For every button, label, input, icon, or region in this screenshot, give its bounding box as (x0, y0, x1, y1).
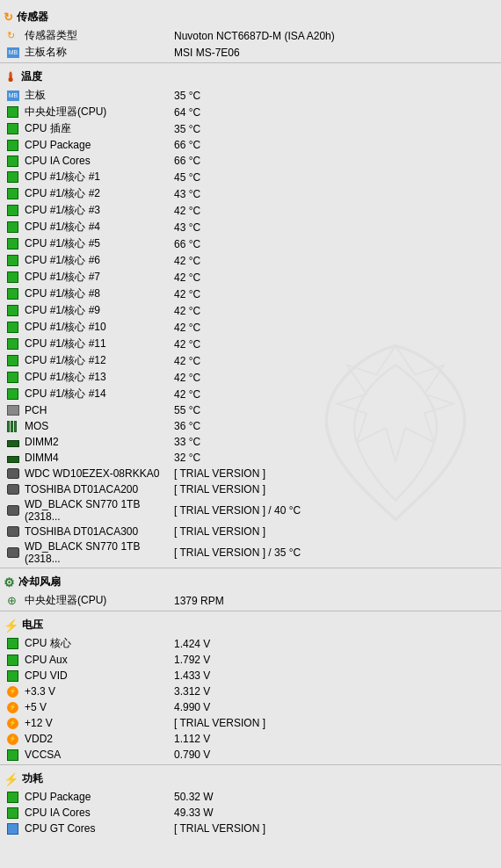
temp-rows-row-25: WD_BLACK SN770 1TB (2318... [ TRIAL VERS… (0, 497, 501, 524)
fan-rows-label-0: 中央处理器(CPU) (25, 593, 174, 608)
volt-section-label: 电压 (22, 618, 43, 633)
temp-rows-value-8: 43 °C (174, 221, 200, 234)
temp-rows-label-26: TOSHIBA DT01ACA300 (25, 525, 174, 538)
temp-rows-value-16: 42 °C (174, 355, 200, 367)
volt-rows-icon-0 (7, 637, 21, 651)
temp-rows-icon-26 (7, 524, 21, 539)
temp-rows-icon-19 (7, 403, 21, 417)
temp-section-header: 🌡 温度 (0, 67, 501, 87)
volt-rows-container: CPU 核心 1.424 V CPU Aux 1.792 V CPU VID 1… (0, 635, 501, 763)
sensor-mb-label: 主板名称 (25, 45, 174, 60)
temp-rows-label-18: CPU #1/核心 #14 (25, 387, 174, 401)
temp-rows-row-4: CPU IA Cores 66 °C (0, 153, 501, 169)
temp-rows-icon-14 (7, 321, 21, 335)
power-rows-label-1: CPU IA Cores (25, 807, 174, 819)
volt-rows-label-3: +3.3 V (25, 685, 174, 698)
temp-rows-icon-5 (7, 170, 21, 184)
volt-rows-label-0: CPU 核心 (25, 636, 174, 651)
fan-rows-value-0: 1379 RPM (174, 595, 224, 607)
power-rows-row-0: CPU Package 50.32 W (0, 789, 501, 805)
volt-rows-row-6: ⚡ VDD2 1.112 V (0, 731, 501, 747)
temp-rows-row-3: CPU Package 66 °C (0, 137, 501, 153)
temp-rows-label-11: CPU #1/核心 #7 (25, 270, 174, 285)
temp-rows-value-15: 42 °C (174, 338, 200, 351)
power-rows-row-2: CPU GT Cores [ TRIAL VERSION ] (0, 821, 501, 836)
temp-rows-icon-12 (7, 287, 21, 301)
volt-rows-value-7: 0.790 V (174, 749, 210, 761)
temp-rows-value-24: [ TRIAL VERSION ] (174, 483, 265, 495)
temp-rows-label-16: CPU #1/核心 #12 (25, 353, 174, 368)
temp-rows-icon-23 (7, 467, 21, 481)
volt-rows-row-2: CPU VID 1.433 V (0, 668, 501, 684)
power-rows-value-0: 50.32 W (174, 791, 214, 803)
temp-rows-label-27: WD_BLACK SN770 1TB (2318... (25, 540, 174, 565)
temp-section-label: 温度 (21, 69, 42, 84)
temp-rows-icon-4 (7, 154, 21, 168)
volt-rows-icon-3: ⚡ (7, 684, 21, 698)
temp-rows-icon-0: MB (7, 89, 21, 103)
volt-rows-value-5: [ TRIAL VERSION ] (174, 717, 265, 729)
temp-rows-row-15: CPU #1/核心 #11 42 °C (0, 336, 501, 352)
temp-rows-label-10: CPU #1/核心 #6 (25, 253, 174, 268)
temp-rows-icon-21 (7, 435, 21, 449)
fan-rows-row-0: ⊕ 中央处理器(CPU) 1379 RPM (0, 592, 501, 609)
power-rows-container: CPU Package 50.32 W CPU IA Cores 49.33 W… (0, 789, 501, 836)
volt-rows-label-5: +12 V (25, 717, 174, 729)
divider-2 (0, 568, 501, 568)
temp-rows-row-16: CPU #1/核心 #12 42 °C (0, 352, 501, 369)
temp-rows-row-6: CPU #1/核心 #2 43 °C (0, 185, 501, 202)
temp-rows-value-6: 43 °C (174, 188, 200, 200)
temp-rows-row-8: CPU #1/核心 #4 43 °C (0, 219, 501, 235)
volt-rows-value-4: 4.990 V (174, 701, 210, 713)
power-section-label: 功耗 (22, 771, 43, 786)
temp-rows-label-6: CPU #1/核心 #2 (25, 186, 174, 201)
temp-rows-icon-22 (7, 451, 21, 465)
divider-3 (0, 611, 501, 611)
volt-rows-icon-4: ⚡ (7, 700, 21, 714)
temp-rows-icon-7 (7, 204, 21, 218)
temp-rows-value-27: [ TRIAL VERSION ] / 35 °C (174, 546, 301, 559)
temp-rows-icon-15 (7, 337, 21, 351)
sensor-mb-value: MSI MS-7E06 (174, 47, 240, 59)
temp-rows-value-11: 42 °C (174, 271, 200, 284)
temp-rows-value-13: 42 °C (174, 305, 200, 317)
temp-rows-label-2: CPU 插座 (25, 121, 174, 136)
main-content: ↻ 传感器 ↻ 传感器类型 Nuvoton NCT6687D-M (ISA A2… (0, 0, 501, 840)
temp-rows-icon-9 (7, 237, 21, 251)
volt-rows-row-0: CPU 核心 1.424 V (0, 635, 501, 652)
temp-rows-container: MB 主板 35 °C 中央处理器(CPU) 64 °C CPU 插座 35 °… (0, 87, 501, 566)
temp-section-icon: 🌡 (4, 70, 18, 84)
volt-section-header: ⚡ 电压 (0, 615, 501, 635)
volt-rows-value-3: 3.312 V (174, 685, 210, 698)
temp-rows-row-1: 中央处理器(CPU) 64 °C (0, 104, 501, 120)
temp-rows-value-4: 66 °C (174, 155, 200, 167)
temp-rows-label-9: CPU #1/核心 #5 (25, 236, 174, 251)
temp-rows-icon-25 (7, 503, 21, 517)
volt-rows-icon-2 (7, 669, 21, 683)
temp-rows-icon-6 (7, 187, 21, 201)
sensor-section-header: ↻ 传感器 (0, 7, 501, 27)
temp-rows-value-3: 66 °C (174, 139, 200, 151)
volt-rows-value-0: 1.424 V (174, 638, 210, 650)
temp-rows-value-18: 42 °C (174, 388, 200, 401)
sensor-type-label: 传感器类型 (25, 28, 174, 43)
temp-rows-label-8: CPU #1/核心 #4 (25, 220, 174, 235)
temp-rows-icon-16 (7, 354, 21, 368)
temp-rows-row-14: CPU #1/核心 #10 42 °C (0, 319, 501, 336)
temp-rows-row-12: CPU #1/核心 #8 42 °C (0, 286, 501, 302)
sensor-type-value: Nuvoton NCT6687D-M (ISA A20h) (174, 30, 335, 42)
temp-rows-value-25: [ TRIAL VERSION ] / 40 °C (174, 504, 301, 517)
temp-rows-row-0: MB 主板 35 °C (0, 87, 501, 104)
volt-rows-label-4: +5 V (25, 701, 174, 713)
temp-rows-value-20: 36 °C (174, 420, 200, 432)
temp-rows-icon-13 (7, 304, 21, 318)
volt-rows-label-1: CPU Aux (25, 654, 174, 666)
volt-rows-value-2: 1.433 V (174, 669, 210, 682)
temp-rows-label-5: CPU #1/核心 #1 (25, 170, 174, 184)
divider-1 (0, 62, 501, 63)
temp-rows-value-9: 66 °C (174, 238, 200, 250)
volt-rows-row-7: VCCSA 0.790 V (0, 747, 501, 763)
power-rows-icon-2 (7, 821, 21, 835)
temp-rows-value-17: 42 °C (174, 372, 200, 384)
temp-rows-row-17: CPU #1/核心 #13 42 °C (0, 369, 501, 386)
